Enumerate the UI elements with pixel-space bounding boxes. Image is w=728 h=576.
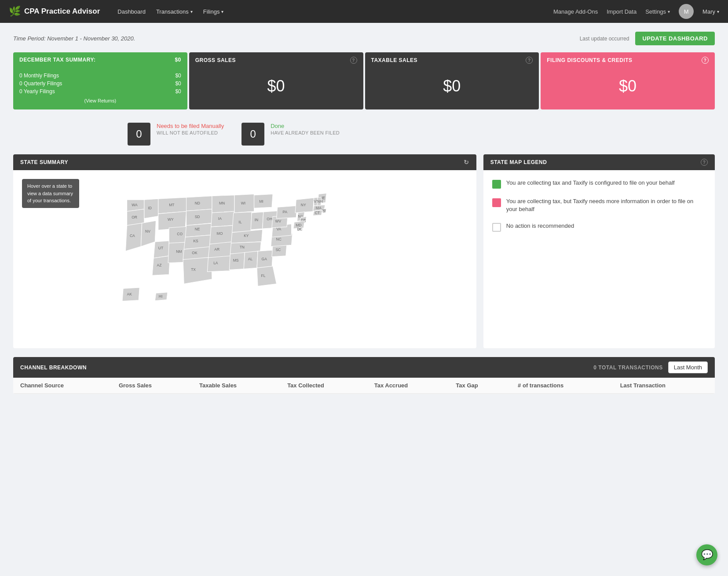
channel-count: 0 TOTAL TRANSACTIONS bbox=[593, 365, 662, 371]
taxable-sales-card: TAXABLE SALES ? $0 bbox=[365, 52, 539, 109]
filing-counts: 0 Needs to be filed Manually WILL NOT BE… bbox=[128, 118, 715, 154]
filing-discounts-info-icon[interactable]: ? bbox=[702, 57, 709, 64]
update-bar: Last update occurred UPDATE DASHBOARD bbox=[580, 32, 715, 45]
nav-import-data[interactable]: Import Data bbox=[607, 8, 637, 15]
svg-text:KS: KS bbox=[193, 239, 198, 243]
svg-text:MS: MS bbox=[233, 258, 239, 262]
legend-color-pink bbox=[492, 198, 501, 207]
monthly-filings-label: 0 Monthly Filings bbox=[19, 73, 59, 79]
us-map[interactable]: WA OR CA ID NV MT bbox=[20, 190, 469, 340]
svg-text:IL: IL bbox=[239, 220, 242, 224]
main-content: Time Period: November 1 - November 30, 2… bbox=[0, 23, 728, 403]
svg-text:MA: MA bbox=[316, 206, 322, 210]
svg-text:ND: ND bbox=[195, 201, 200, 205]
gross-sales-header: GROSS SALES ? bbox=[189, 52, 363, 68]
transactions-chevron: ▾ bbox=[190, 9, 193, 14]
nav-filings[interactable]: Filings ▾ bbox=[203, 8, 224, 15]
manual-filing-link[interactable]: Needs to be filed Manually bbox=[157, 123, 224, 129]
svg-text:SC: SC bbox=[275, 248, 281, 252]
yearly-filings-value: $0 bbox=[175, 88, 181, 95]
col-num-transactions: # of transactions bbox=[511, 378, 613, 394]
svg-text:TX: TX bbox=[191, 267, 196, 272]
svg-text:AL: AL bbox=[248, 257, 253, 261]
svg-text:MO: MO bbox=[217, 231, 223, 236]
done-filing-item: 0 Done HAVE ALREADY BEEN FILED bbox=[241, 123, 340, 146]
user-menu[interactable]: Mary ▾ bbox=[702, 8, 719, 15]
gross-sales-card: GROSS SALES ? $0 bbox=[189, 52, 363, 109]
svg-text:AZ: AZ bbox=[157, 263, 162, 267]
svg-text:PA: PA bbox=[282, 210, 287, 214]
svg-text:DC: DC bbox=[297, 227, 302, 231]
svg-marker-50 bbox=[254, 194, 273, 208]
col-gross-sales: Gross Sales bbox=[112, 378, 192, 394]
legend-item-empty: No action is recommended bbox=[492, 222, 706, 232]
taxable-sales-header: TAXABLE SALES ? bbox=[365, 52, 539, 68]
svg-text:VA: VA bbox=[277, 227, 282, 231]
user-avatar: M bbox=[679, 4, 694, 19]
update-dashboard-button[interactable]: UPDATE DASHBOARD bbox=[635, 32, 715, 45]
legend-info-icon[interactable]: ? bbox=[701, 159, 708, 166]
legend-text-pink: You are collecting tax, but Taxify needs… bbox=[506, 197, 706, 213]
svg-text:KY: KY bbox=[244, 233, 249, 238]
svg-marker-46 bbox=[232, 212, 252, 233]
refresh-icon[interactable]: ↻ bbox=[464, 159, 469, 166]
svg-text:MT: MT bbox=[169, 203, 174, 207]
brand: 🌿 CPA Practice Advisor bbox=[9, 6, 100, 17]
channel-breakdown-panel: CHANNEL BREAKDOWN 0 TOTAL TRANSACTIONS L… bbox=[13, 357, 715, 394]
monthly-filings-value: $0 bbox=[175, 73, 181, 79]
svg-marker-42 bbox=[207, 256, 231, 272]
svg-text:OH: OH bbox=[267, 217, 272, 221]
user-chevron: ▾ bbox=[717, 9, 719, 14]
state-summary-panel: STATE SUMMARY ↻ Hover over a state to vi… bbox=[13, 154, 476, 348]
state-summary-header: STATE SUMMARY ↻ bbox=[13, 154, 476, 170]
svg-text:TN: TN bbox=[240, 245, 245, 249]
manual-filing-item: 0 Needs to be filed Manually WILL NOT BE… bbox=[128, 123, 224, 146]
taxable-sales-info-icon[interactable]: ? bbox=[526, 57, 533, 64]
svg-text:AR: AR bbox=[214, 247, 219, 252]
svg-text:WY: WY bbox=[168, 217, 174, 222]
tax-summary-rows: 0 Monthly Filings $0 0 Quarterly Filings… bbox=[19, 72, 181, 95]
svg-marker-40 bbox=[208, 242, 232, 258]
svg-text:LA: LA bbox=[213, 261, 218, 265]
manual-filing-label: WILL NOT BE AUTOFILED bbox=[157, 130, 224, 135]
svg-text:NM: NM bbox=[176, 249, 182, 254]
filing-discounts-header: FILING DISCOUNTS & CREDITS ? bbox=[541, 52, 715, 68]
svg-text:WI: WI bbox=[241, 201, 245, 205]
done-filing-link[interactable]: Done bbox=[271, 123, 340, 129]
svg-marker-36 bbox=[211, 211, 234, 227]
channel-filter-button[interactable]: Last Month bbox=[668, 361, 708, 373]
view-returns[interactable]: (View Returns) bbox=[19, 98, 181, 103]
col-channel-source: Channel Source bbox=[13, 378, 112, 394]
svg-text:FL: FL bbox=[261, 273, 266, 278]
filing-discounts-card: FILING DISCOUNTS & CREDITS ? $0 bbox=[541, 52, 715, 109]
yearly-filings-label: 0 Yearly Filings bbox=[19, 88, 55, 95]
svg-text:NV: NV bbox=[145, 229, 150, 233]
state-legend-body: You are collecting tax and Taxify is con… bbox=[483, 170, 715, 337]
nav-dashboard[interactable]: Dashboard bbox=[117, 8, 146, 15]
svg-text:CO: CO bbox=[177, 232, 183, 236]
tax-summary-header: DECEMBER TAX SUMMARY: $0 bbox=[13, 52, 187, 67]
nav-manage-addons[interactable]: Manage Add-Ons bbox=[553, 8, 598, 15]
filing-discounts-value: $0 bbox=[541, 68, 715, 104]
gross-sales-info-icon[interactable]: ? bbox=[350, 57, 357, 64]
svg-text:NE: NE bbox=[195, 227, 200, 231]
nav-transactions[interactable]: Transactions ▾ bbox=[156, 8, 193, 15]
done-filing-count: 0 bbox=[241, 123, 264, 146]
settings-chevron: ▾ bbox=[668, 9, 670, 14]
svg-text:WV: WV bbox=[275, 219, 281, 223]
manual-filing-info: Needs to be filed Manually WILL NOT BE A… bbox=[157, 123, 224, 135]
filings-chevron: ▾ bbox=[221, 9, 223, 14]
quarterly-filings-row: 0 Quarterly Filings $0 bbox=[19, 80, 181, 87]
svg-text:NH: NH bbox=[317, 199, 322, 204]
state-legend-header: STATE MAP LEGEND ? bbox=[483, 154, 715, 170]
brand-name: CPA Practice Advisor bbox=[24, 7, 100, 16]
quarterly-filings-value: $0 bbox=[175, 80, 181, 87]
gross-sales-value: $0 bbox=[189, 68, 363, 104]
channel-table-wrapper: Channel Source Gross Sales Taxable Sales… bbox=[13, 378, 715, 394]
svg-text:SD: SD bbox=[195, 215, 200, 219]
svg-text:AK: AK bbox=[127, 292, 132, 296]
nav-settings[interactable]: Settings ▾ bbox=[645, 8, 670, 15]
state-section: STATE SUMMARY ↻ Hover over a state to vi… bbox=[13, 154, 715, 348]
svg-text:MN: MN bbox=[219, 201, 225, 205]
svg-text:NY: NY bbox=[301, 203, 306, 207]
